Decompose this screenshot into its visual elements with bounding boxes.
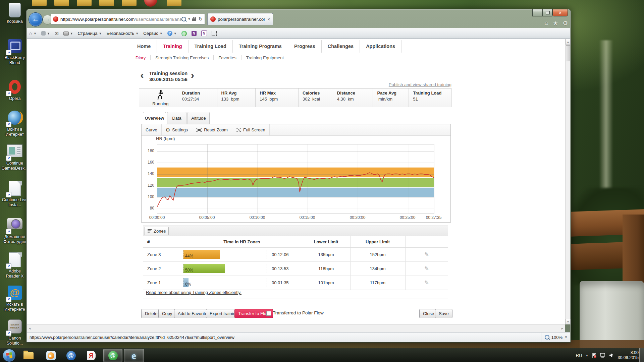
next-session-button[interactable]: › <box>191 70 194 80</box>
print-icon[interactable]: ▼ <box>61 29 75 38</box>
y-tick-label: 80 <box>144 206 154 210</box>
scroll-down-arrow[interactable]: ▼ <box>566 319 571 324</box>
app-icon[interactable] <box>144 0 157 7</box>
desktop-icon-gamesdesk[interactable]: ↗ Continue GamesDesk... <box>1 143 28 171</box>
settings-button[interactable]: ⚙Settings <box>162 124 192 135</box>
taskbar-agent-button[interactable]: @ <box>103 349 122 362</box>
taskbar-explorer-button[interactable] <box>23 350 34 361</box>
chevron-down-icon[interactable]: ▼ <box>188 17 191 21</box>
zone-bar: 44% <box>183 250 220 259</box>
nav-tab-applications[interactable]: Applications <box>360 40 401 53</box>
gear-icon: ⚙ <box>166 127 170 133</box>
favorites-star-icon[interactable]: ★ <box>553 20 558 27</box>
maximize-button[interactable] <box>543 9 552 16</box>
tab-data[interactable]: Data <box>167 112 186 124</box>
minimize-button[interactable]: ─ <box>532 9 543 16</box>
start-button[interactable] <box>3 349 16 362</box>
onenote-send-icon[interactable]: N <box>189 29 199 38</box>
zoom-control[interactable]: 100% ▼ <box>541 333 568 342</box>
desktop-icon-adobe-reader[interactable]: ↗ Adobe Reader X <box>1 252 28 279</box>
zone-name: Zone 1 <box>147 276 161 290</box>
subnav-training-equipment[interactable]: Training Equipment <box>241 55 288 60</box>
zones-button[interactable]: Zones <box>145 227 169 235</box>
home-menu-icon[interactable]: ⌂▼ <box>27 29 39 38</box>
folder-icon[interactable] <box>167 0 181 6</box>
folder-icon[interactable] <box>32 0 47 6</box>
show-desktop-button[interactable] <box>639 348 644 362</box>
nav-tab-challenges[interactable]: Challenges <box>322 40 360 53</box>
hr-chart-plot[interactable] <box>157 144 434 214</box>
desktop-icon-photo-studio[interactable]: ↗ Домашняя Фотостудия <box>1 216 28 244</box>
scroll-right-arrow[interactable]: ► <box>561 327 564 330</box>
reset-zoom-button[interactable]: Reset Zoom <box>192 124 232 135</box>
nav-tab-training-load[interactable]: Training Load <box>189 40 233 53</box>
vertical-scrollbar[interactable]: ▲ ▼ <box>565 39 570 324</box>
snippet-tool-icon[interactable] <box>209 29 219 38</box>
nav-tab-training[interactable]: Training <box>157 40 188 53</box>
rss-feed-icon[interactable]: ▼ <box>39 29 52 38</box>
read-more-link[interactable]: Read more about using Training Zones eff… <box>146 290 241 295</box>
address-bar[interactable]: https://www.polarpersonaltrainer.com/use… <box>51 14 205 24</box>
refresh-icon[interactable]: ↻ <box>198 16 203 22</box>
folder-icon[interactable] <box>54 0 69 6</box>
nav-tab-training-programs[interactable]: Training Programs <box>233 40 288 53</box>
subnav-diary[interactable]: Diary <box>131 55 151 60</box>
speaker-icon[interactable] <box>609 353 614 358</box>
read-mail-icon[interactable]: ✉ <box>52 29 61 38</box>
edit-pencil-icon[interactable]: ✎ <box>405 248 448 261</box>
action-center-flag-icon[interactable] <box>592 353 597 358</box>
taskbar-yandex-button[interactable]: Я <box>86 350 97 361</box>
publish-link[interactable]: Publish and view shared training <box>369 82 451 87</box>
subnav-strength-training[interactable]: Strength Training Exercises <box>151 55 214 60</box>
taskbar-mailru-button[interactable]: @ <box>65 350 76 361</box>
desktop-icon-blackberry-blend[interactable]: ↗ BlackBerry Blend <box>1 39 28 65</box>
scrollbar-thumb[interactable] <box>566 45 570 61</box>
x-tick-label: 00:20:00 <box>344 215 371 220</box>
folder-icon[interactable] <box>77 0 92 6</box>
tray-expand-icon[interactable]: ▲ <box>586 354 589 357</box>
menu-tools[interactable]: Сервис▼ <box>141 29 165 38</box>
menu-page[interactable]: Страница▼ <box>75 29 104 38</box>
scroll-up-arrow[interactable]: ▲ <box>566 39 571 45</box>
network-icon[interactable] <box>600 353 606 358</box>
nav-tab-progress[interactable]: Progress <box>288 40 322 53</box>
scroll-left-arrow[interactable]: ◄ <box>28 327 31 330</box>
tab-overview[interactable]: Overview <box>143 112 166 124</box>
search-icon[interactable] <box>181 17 186 21</box>
subnav-favorites[interactable]: Favorites <box>214 55 241 60</box>
mailru-agent-icon[interactable]: @ <box>179 29 189 38</box>
prev-session-button[interactable]: ‹ <box>140 70 144 80</box>
onenote-linked-icon[interactable]: N <box>199 29 209 38</box>
nav-tab-home[interactable]: Home <box>131 40 157 53</box>
desktop-icon-canon[interactable]: Solution MenuEX↗ Canon Solutio... <box>1 319 28 346</box>
close-button[interactable]: × <box>552 9 568 16</box>
menu-security[interactable]: Безопасность▼ <box>104 29 141 38</box>
taskbar-clock[interactable]: 8:00 30.09.2015 <box>618 350 639 360</box>
edit-pencil-icon[interactable]: ✎ <box>405 276 448 290</box>
taskbar-ie-button[interactable]: e <box>124 349 144 362</box>
full-screen-button[interactable]: Full Screen <box>232 124 270 135</box>
desktop-icon-recycle-bin[interactable]: Корзина <box>1 3 28 24</box>
desktop-icon-internet[interactable]: ↗ Войти в Интернет <box>1 111 28 137</box>
save-button[interactable]: Save <box>435 309 452 318</box>
desktop-icon-live-installer[interactable]: ↗ Continue Live Insta... <box>1 181 28 207</box>
copy-button[interactable]: Copy <box>158 309 176 318</box>
desktop-icon-web-search[interactable]: @↗ Искать в Интернете <box>1 286 28 312</box>
language-indicator[interactable]: RU <box>576 353 582 358</box>
tab-altitude[interactable]: Altitude <box>187 112 210 124</box>
back-button[interactable]: ← <box>29 12 43 26</box>
zone-bar: 50% <box>183 264 225 273</box>
tab-close-icon[interactable]: × <box>267 17 270 22</box>
browser-tab[interactable]: polarpersonaltrainer.com × <box>207 13 273 25</box>
taskbar-media-player-button[interactable]: ▶ <box>45 350 56 361</box>
horizontal-scrollbar[interactable]: ◄ ► <box>27 324 565 332</box>
desktop-icon-opera[interactable]: ↗ Opera <box>1 80 28 101</box>
help-icon[interactable]: ?▼ <box>165 29 179 38</box>
home-icon[interactable]: ⌂ <box>545 20 548 27</box>
curve-button[interactable]: Curve <box>142 124 162 135</box>
gear-icon[interactable]: ⚙ <box>563 20 568 27</box>
transferred-checkbox[interactable] <box>266 311 271 316</box>
folder-icon[interactable] <box>99 0 114 6</box>
folder-icon[interactable] <box>122 0 137 6</box>
edit-pencil-icon[interactable]: ✎ <box>405 262 448 276</box>
